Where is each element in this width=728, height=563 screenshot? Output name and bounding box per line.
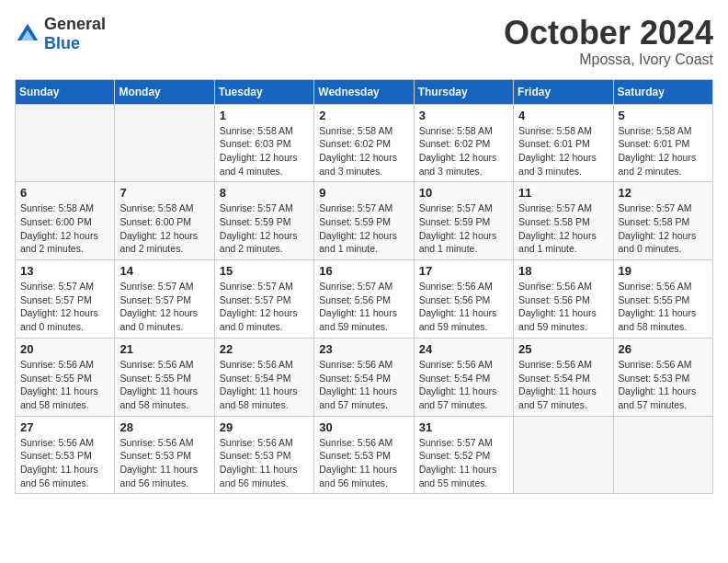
calendar-cell: 7Sunrise: 5:58 AM Sunset: 6:00 PM Daylig… <box>115 182 214 260</box>
calendar-week-row: 6Sunrise: 5:58 AM Sunset: 6:00 PM Daylig… <box>16 182 713 260</box>
day-info: Sunrise: 5:58 AM Sunset: 6:01 PM Dayligh… <box>518 124 608 178</box>
day-info: Sunrise: 5:56 AM Sunset: 5:56 PM Dayligh… <box>518 280 608 334</box>
day-info: Sunrise: 5:56 AM Sunset: 5:55 PM Dayligh… <box>119 358 209 412</box>
day-info: Sunrise: 5:58 AM Sunset: 6:03 PM Dayligh… <box>220 124 309 178</box>
calendar-cell: 25Sunrise: 5:56 AM Sunset: 5:54 PM Dayli… <box>514 338 613 416</box>
day-number: 14 <box>119 264 209 278</box>
day-info: Sunrise: 5:56 AM Sunset: 5:54 PM Dayligh… <box>518 358 608 412</box>
logo-icon <box>15 21 40 47</box>
calendar-week-row: 20Sunrise: 5:56 AM Sunset: 5:55 PM Dayli… <box>16 338 713 416</box>
day-info: Sunrise: 5:57 AM Sunset: 5:52 PM Dayligh… <box>419 436 508 490</box>
weekday-header: Wednesday <box>314 79 414 104</box>
day-number: 29 <box>220 420 309 434</box>
day-info: Sunrise: 5:56 AM Sunset: 5:53 PM Dayligh… <box>119 436 209 490</box>
logo: General Blue <box>15 15 106 53</box>
day-number: 2 <box>319 109 408 122</box>
calendar-table: SundayMondayTuesdayWednesdayThursdayFrid… <box>15 79 713 495</box>
day-number: 23 <box>319 342 408 356</box>
calendar-header-row: SundayMondayTuesdayWednesdayThursdayFrid… <box>16 79 713 104</box>
calendar-cell: 11Sunrise: 5:57 AM Sunset: 5:58 PM Dayli… <box>514 182 613 260</box>
day-info: Sunrise: 5:58 AM Sunset: 6:02 PM Dayligh… <box>319 124 408 178</box>
day-info: Sunrise: 5:56 AM Sunset: 5:53 PM Dayligh… <box>220 436 309 490</box>
day-number: 22 <box>220 342 309 356</box>
day-info: Sunrise: 5:56 AM Sunset: 5:53 PM Dayligh… <box>20 436 109 490</box>
calendar-week-row: 13Sunrise: 5:57 AM Sunset: 5:57 PM Dayli… <box>16 260 713 339</box>
weekday-header: Tuesday <box>214 79 313 104</box>
day-number: 30 <box>319 420 408 434</box>
day-info: Sunrise: 5:57 AM Sunset: 5:58 PM Dayligh… <box>518 201 608 256</box>
logo-blue-text: Blue <box>44 34 80 52</box>
calendar-week-row: 27Sunrise: 5:56 AM Sunset: 5:53 PM Dayli… <box>16 416 713 494</box>
day-number: 3 <box>419 109 508 122</box>
day-number: 25 <box>518 342 608 356</box>
day-info: Sunrise: 5:58 AM Sunset: 6:00 PM Dayligh… <box>119 201 209 256</box>
title-block: October 2024 Mpossa, Ivory Coast <box>504 15 713 68</box>
day-number: 7 <box>119 186 209 200</box>
day-info: Sunrise: 5:56 AM Sunset: 5:54 PM Dayligh… <box>319 358 408 412</box>
day-number: 20 <box>20 342 109 356</box>
day-number: 4 <box>518 109 608 122</box>
calendar-cell: 4Sunrise: 5:58 AM Sunset: 6:01 PM Daylig… <box>514 104 613 182</box>
day-info: Sunrise: 5:56 AM Sunset: 5:55 PM Dayligh… <box>20 358 109 412</box>
day-info: Sunrise: 5:57 AM Sunset: 5:59 PM Dayligh… <box>419 201 508 256</box>
day-info: Sunrise: 5:57 AM Sunset: 5:59 PM Dayligh… <box>319 201 408 256</box>
day-number: 15 <box>220 264 309 278</box>
calendar-cell: 10Sunrise: 5:57 AM Sunset: 5:59 PM Dayli… <box>414 182 513 260</box>
calendar-cell <box>16 104 115 182</box>
calendar-cell: 26Sunrise: 5:56 AM Sunset: 5:53 PM Dayli… <box>613 338 712 416</box>
day-number: 6 <box>20 186 109 200</box>
calendar-cell: 6Sunrise: 5:58 AM Sunset: 6:00 PM Daylig… <box>16 182 115 260</box>
day-info: Sunrise: 5:57 AM Sunset: 5:56 PM Dayligh… <box>319 280 408 334</box>
day-info: Sunrise: 5:57 AM Sunset: 5:57 PM Dayligh… <box>119 280 209 334</box>
day-number: 8 <box>220 186 309 200</box>
calendar-cell <box>514 416 613 494</box>
calendar-cell: 12Sunrise: 5:57 AM Sunset: 5:58 PM Dayli… <box>613 182 712 260</box>
calendar-cell: 31Sunrise: 5:57 AM Sunset: 5:52 PM Dayli… <box>414 416 513 494</box>
day-info: Sunrise: 5:58 AM Sunset: 6:01 PM Dayligh… <box>619 124 708 178</box>
calendar-cell: 29Sunrise: 5:56 AM Sunset: 5:53 PM Dayli… <box>214 416 313 494</box>
day-info: Sunrise: 5:56 AM Sunset: 5:55 PM Dayligh… <box>619 280 708 334</box>
calendar-cell: 20Sunrise: 5:56 AM Sunset: 5:55 PM Dayli… <box>16 338 115 416</box>
day-number: 27 <box>20 420 109 434</box>
calendar-cell <box>115 104 214 182</box>
weekday-header: Friday <box>514 79 613 104</box>
weekday-header: Saturday <box>613 79 712 104</box>
calendar-cell: 8Sunrise: 5:57 AM Sunset: 5:59 PM Daylig… <box>214 182 313 260</box>
day-number: 24 <box>419 342 508 356</box>
day-number: 31 <box>419 420 508 434</box>
day-number: 12 <box>619 186 708 200</box>
day-info: Sunrise: 5:57 AM Sunset: 5:59 PM Dayligh… <box>220 201 309 256</box>
day-number: 19 <box>619 264 708 278</box>
calendar-cell: 27Sunrise: 5:56 AM Sunset: 5:53 PM Dayli… <box>16 416 115 494</box>
day-info: Sunrise: 5:56 AM Sunset: 5:56 PM Dayligh… <box>419 280 508 334</box>
weekday-header: Monday <box>115 79 214 104</box>
day-number: 13 <box>20 264 109 278</box>
calendar-cell: 5Sunrise: 5:58 AM Sunset: 6:01 PM Daylig… <box>613 104 712 182</box>
calendar-cell: 24Sunrise: 5:56 AM Sunset: 5:54 PM Dayli… <box>414 338 513 416</box>
day-number: 5 <box>619 109 708 122</box>
day-info: Sunrise: 5:56 AM Sunset: 5:54 PM Dayligh… <box>220 358 309 412</box>
day-number: 17 <box>419 264 508 278</box>
location-title: Mpossa, Ivory Coast <box>504 52 713 68</box>
calendar-cell: 23Sunrise: 5:56 AM Sunset: 5:54 PM Dayli… <box>314 338 414 416</box>
day-info: Sunrise: 5:57 AM Sunset: 5:57 PM Dayligh… <box>20 280 109 334</box>
day-info: Sunrise: 5:58 AM Sunset: 6:02 PM Dayligh… <box>419 124 508 178</box>
day-number: 10 <box>419 186 508 200</box>
day-number: 18 <box>518 264 608 278</box>
calendar-cell: 28Sunrise: 5:56 AM Sunset: 5:53 PM Dayli… <box>115 416 214 494</box>
calendar-cell: 1Sunrise: 5:58 AM Sunset: 6:03 PM Daylig… <box>214 104 313 182</box>
day-info: Sunrise: 5:58 AM Sunset: 6:00 PM Dayligh… <box>20 201 109 256</box>
page-header: General Blue October 2024 Mpossa, Ivory … <box>15 15 713 68</box>
day-info: Sunrise: 5:57 AM Sunset: 5:57 PM Dayligh… <box>220 280 309 334</box>
calendar-cell: 22Sunrise: 5:56 AM Sunset: 5:54 PM Dayli… <box>214 338 313 416</box>
calendar-cell: 21Sunrise: 5:56 AM Sunset: 5:55 PM Dayli… <box>115 338 214 416</box>
calendar-cell: 18Sunrise: 5:56 AM Sunset: 5:56 PM Dayli… <box>514 260 613 339</box>
calendar-cell: 17Sunrise: 5:56 AM Sunset: 5:56 PM Dayli… <box>414 260 513 339</box>
day-number: 16 <box>319 264 408 278</box>
day-number: 21 <box>119 342 209 356</box>
calendar-cell <box>613 416 712 494</box>
calendar-cell: 16Sunrise: 5:57 AM Sunset: 5:56 PM Dayli… <box>314 260 414 339</box>
calendar-cell: 3Sunrise: 5:58 AM Sunset: 6:02 PM Daylig… <box>414 104 513 182</box>
day-info: Sunrise: 5:56 AM Sunset: 5:54 PM Dayligh… <box>419 358 508 412</box>
calendar-cell: 14Sunrise: 5:57 AM Sunset: 5:57 PM Dayli… <box>115 260 214 339</box>
